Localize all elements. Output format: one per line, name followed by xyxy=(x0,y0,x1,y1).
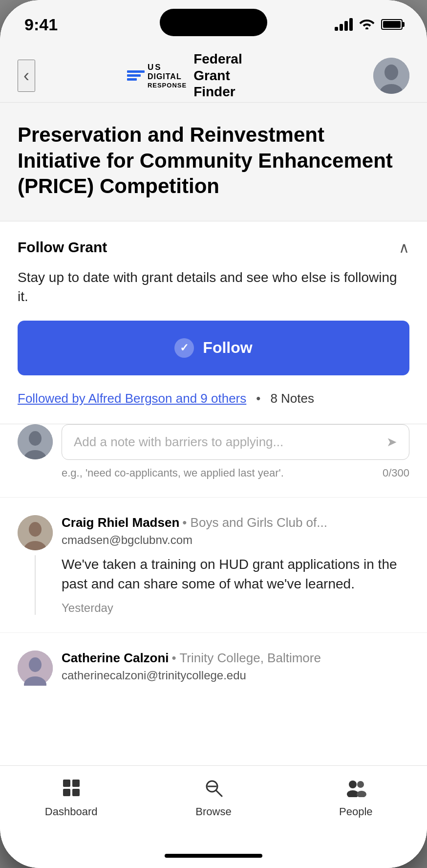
logo-lines xyxy=(127,70,145,81)
dot-separator: • xyxy=(256,391,260,406)
logo-us: US xyxy=(148,63,187,71)
send-icon[interactable]: ➤ xyxy=(386,434,397,450)
follow-button-label: Follow xyxy=(203,339,252,357)
logo-line-1 xyxy=(127,70,145,73)
app-title: Federal Grant Finder xyxy=(193,51,281,100)
follow-section-title: Follow Grant xyxy=(18,239,107,256)
chevron-up-icon[interactable]: ∧ xyxy=(399,239,409,256)
note-body-1: Craig Rhiel Madsen • Boys and Girls Club… xyxy=(62,515,409,615)
nav-label-people: People xyxy=(339,805,373,818)
nav-label-dashboard: Dashboard xyxy=(45,805,98,818)
follow-button[interactable]: ✓ Follow xyxy=(18,321,409,375)
svg-rect-15 xyxy=(72,789,80,796)
bottom-nav: Dashboard Browse xyxy=(0,765,427,844)
note-email-2: catherinecalzoni@trinitycollege.edu xyxy=(62,669,409,682)
user-avatar[interactable] xyxy=(373,58,409,94)
svg-point-20 xyxy=(349,781,357,788)
svg-line-17 xyxy=(216,790,222,796)
logo-line-3 xyxy=(127,78,137,81)
followers-link[interactable]: Followed by Alfred Bergson and 9 others xyxy=(18,391,246,406)
avatar-image xyxy=(373,58,409,94)
svg-rect-12 xyxy=(63,780,70,787)
top-nav: ‹ US DIGITAL RESPONSE Federal Grant Find… xyxy=(0,49,427,103)
followers-row: Followed by Alfred Bergson and 9 others … xyxy=(18,391,409,406)
dynamic-island xyxy=(160,9,267,36)
main-content: Preservation and Reinvestment Initiative… xyxy=(0,103,427,765)
current-user-avatar xyxy=(18,424,53,459)
note-user-avatar-1 xyxy=(18,515,53,550)
phone-screen: 9:41 ‹ xyxy=(0,0,427,868)
follow-check-icon: ✓ xyxy=(174,338,194,358)
signal-bar-3 xyxy=(344,21,348,31)
svg-point-1 xyxy=(384,65,398,80)
note-input-placeholder: Add a note with barriers to applying... xyxy=(74,434,379,450)
follow-description: Stay up to date with grant details and s… xyxy=(18,268,409,306)
note-input-row: Add a note with barriers to applying... … xyxy=(18,424,409,460)
nav-item-browse[interactable]: Browse xyxy=(142,774,284,818)
svg-point-10 xyxy=(29,657,42,672)
svg-rect-13 xyxy=(72,780,80,787)
status-icons xyxy=(335,17,403,33)
home-bar xyxy=(165,854,262,858)
note-item-left xyxy=(18,515,53,615)
browse-icon xyxy=(204,779,223,802)
status-bar: 9:41 xyxy=(0,0,427,49)
back-button[interactable]: ‹ xyxy=(18,60,35,92)
note-body-2: Catherine Calzoni • Trinity College, Bal… xyxy=(62,651,409,690)
notes-input-area: Add a note with barriers to applying... … xyxy=(0,424,427,498)
signal-bars-icon xyxy=(335,18,353,31)
logo-text-block: US DIGITAL RESPONSE xyxy=(148,63,187,88)
follow-header: Follow Grant ∧ xyxy=(18,239,409,256)
thread-line xyxy=(35,555,36,615)
note-email-1: cmadsen@bgclubnv.com xyxy=(62,533,409,547)
note-meta-1: Craig Rhiel Madsen • Boys and Girls Club… xyxy=(62,515,409,530)
dashboard-icon xyxy=(62,779,81,802)
note-hint-text: e.g., 'need co-applicants, we applied la… xyxy=(62,467,284,479)
logo-digital: DIGITAL xyxy=(148,73,187,81)
svg-point-4 xyxy=(29,431,42,446)
battery-fill xyxy=(383,21,401,28)
note-user-avatar-2 xyxy=(18,651,53,686)
logo-area: US DIGITAL RESPONSE Federal Grant Finder xyxy=(127,51,281,100)
home-indicator xyxy=(0,844,427,868)
nav-label-browse: Browse xyxy=(195,805,231,818)
svg-point-7 xyxy=(29,522,42,537)
battery-icon xyxy=(381,19,403,30)
note-time-1: Yesterday xyxy=(62,601,409,615)
grant-title: Preservation and Reinvestment Initiative… xyxy=(18,122,409,199)
svg-rect-14 xyxy=(63,789,70,796)
nav-item-people[interactable]: People xyxy=(285,774,427,818)
wifi-icon xyxy=(359,17,375,33)
note-input-box[interactable]: Add a note with barriers to applying... … xyxy=(62,424,409,460)
svg-point-23 xyxy=(357,791,366,797)
notes-list: Craig Rhiel Madsen • Boys and Girls Club… xyxy=(0,498,427,695)
people-icon xyxy=(345,779,366,802)
note-meta-2: Catherine Calzoni • Trinity College, Bal… xyxy=(62,651,409,666)
note-username-2: Catherine Calzoni xyxy=(62,651,169,666)
note-org-1: • Boys and Girls Club of... xyxy=(182,515,327,530)
note-text-1: We've taken a training on HUD grant appl… xyxy=(62,555,409,594)
note-username-1: Craig Rhiel Madsen xyxy=(62,515,179,530)
status-time: 9:41 xyxy=(24,15,58,34)
signal-bar-4 xyxy=(349,18,353,31)
note-item-partial: Catherine Calzoni • Trinity College, Bal… xyxy=(0,633,427,695)
note-hint-row: e.g., 'need co-applicants, we applied la… xyxy=(18,467,409,479)
note-char-count: 0/300 xyxy=(383,467,409,479)
logo-line-2 xyxy=(127,74,141,77)
follow-grant-section: Follow Grant ∧ Stay up to date with gran… xyxy=(0,221,427,424)
logo-response: RESPONSE xyxy=(148,82,187,88)
grant-title-section: Preservation and Reinvestment Initiative… xyxy=(0,103,427,221)
note-item-left-2 xyxy=(18,651,53,690)
svg-point-22 xyxy=(357,781,364,788)
signal-bar-1 xyxy=(335,27,338,31)
usdr-logo: US DIGITAL RESPONSE xyxy=(127,63,187,88)
signal-bar-2 xyxy=(340,24,343,31)
notes-count: 8 Notes xyxy=(270,391,314,406)
phone-frame: 9:41 ‹ xyxy=(0,0,427,868)
note-item: Craig Rhiel Madsen • Boys and Girls Club… xyxy=(0,498,427,633)
nav-item-dashboard[interactable]: Dashboard xyxy=(0,774,142,818)
note-org-2: • Trinity College, Baltimore xyxy=(172,651,321,666)
